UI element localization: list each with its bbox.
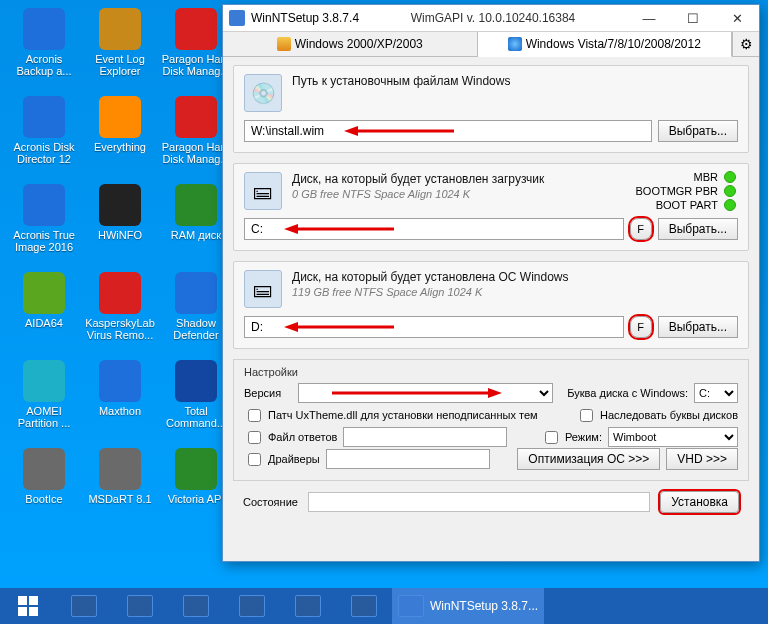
answerfile-input [343, 427, 507, 447]
desktop-icon[interactable]: KasperskyLab Virus Remo... [84, 272, 156, 356]
minimize-button[interactable]: — [627, 5, 671, 31]
app-icon [175, 272, 217, 314]
arrow-annotation [332, 387, 502, 399]
app-icon [229, 10, 245, 26]
patch-checkbox[interactable]: Патч UxTheme.dll для установки неподписа… [244, 406, 538, 425]
desktop-icon[interactable]: HWiNFO [84, 184, 156, 268]
tab-win2000[interactable]: Windows 2000/XP/2003 [223, 32, 478, 56]
boot-status-leds: MBR BOOTMGR PBR BOOT PART [635, 170, 736, 212]
answerfile-checkbox[interactable]: Файл ответов [244, 428, 337, 447]
maximize-button[interactable]: ☐ [671, 5, 715, 31]
inherit-checkbox[interactable]: Наследовать буквы дисков [576, 406, 738, 425]
state-box [308, 492, 650, 512]
app-icon [99, 272, 141, 314]
mode-checkbox[interactable]: Режим: [541, 428, 602, 447]
tabs: Windows 2000/XP/2003 Windows Vista/7/8/1… [223, 32, 759, 57]
icon-label: KasperskyLab Virus Remo... [84, 317, 156, 341]
desktop-icon[interactable]: Maxthon [84, 360, 156, 444]
vhd-button[interactable]: VHD >>> [666, 448, 738, 470]
settings-header: Настройки [244, 366, 738, 378]
desktop-icon[interactable]: MSDaRT 8.1 [84, 448, 156, 532]
drivers-input [326, 449, 490, 469]
app-icon [175, 448, 217, 490]
driveletter-label: Буква диска с Windows: [567, 387, 688, 399]
app-icon [23, 272, 65, 314]
version-label: Версия [244, 387, 292, 399]
wimgapi-version: WimGAPI v. 10.0.10240.16384 [359, 11, 627, 25]
icon-label: Victoria API [168, 493, 225, 505]
app-icon [99, 360, 141, 402]
group2-title: Диск, на который будет установлен загруз… [292, 172, 544, 186]
window-title: WinNTSetup 3.8.7.4 [251, 11, 359, 25]
boot-browse-button[interactable]: Выбрать... [658, 218, 738, 240]
taskbar-app-6[interactable] [336, 588, 392, 624]
group3-title: Диск, на который будет установлена ОС Wi… [292, 270, 569, 284]
gear-icon: ⚙ [740, 36, 753, 52]
icon-label: Event Log Explorer [84, 53, 156, 77]
icon-label: BootIce [25, 493, 62, 505]
icon-label: Acronis Disk Director 12 [8, 141, 80, 165]
close-button[interactable]: ✕ [715, 5, 759, 31]
taskbar-winntsetup[interactable]: WinNTSetup 3.8.7... [392, 588, 544, 624]
optimize-button[interactable]: Оптимизация OC >>> [517, 448, 660, 470]
titlebar[interactable]: WinNTSetup 3.8.7.4 WimGAPI v. 10.0.10240… [223, 5, 759, 32]
arrow-annotation [284, 223, 394, 235]
taskbar-app-4[interactable] [224, 588, 280, 624]
os-browse-button[interactable]: Выбрать... [658, 316, 738, 338]
settings-gear-button[interactable]: ⚙ [732, 32, 759, 56]
app-icon [23, 448, 65, 490]
desktop-icon[interactable]: Acronis Backup a... [8, 8, 80, 92]
group1-title: Путь к установочным файлам Windows [292, 74, 510, 88]
led-mbr [724, 171, 736, 183]
os-format-button[interactable]: F [630, 316, 652, 338]
taskbar-app-5[interactable] [280, 588, 336, 624]
source-browse-button[interactable]: Выбрать... [658, 120, 738, 142]
arrow-annotation [344, 125, 454, 137]
desktop-icon[interactable]: AOMEI Partition ... [8, 360, 80, 444]
led-bootpart [724, 199, 736, 211]
taskbar-app-3[interactable] [168, 588, 224, 624]
mode-select[interactable]: Wimboot [608, 427, 738, 447]
group2-sub: 0 GB free NTFS Space Align 1024 K [292, 188, 544, 200]
drivers-checkbox[interactable]: Драйверы [244, 450, 320, 469]
icon-label: RAM диск [171, 229, 221, 241]
taskbar: WinNTSetup 3.8.7... [0, 588, 768, 624]
start-button[interactable] [0, 588, 56, 624]
win7-flag-icon [508, 37, 522, 51]
icon-label: AIDA64 [25, 317, 63, 329]
arrow-annotation [284, 321, 394, 333]
desktop-icon[interactable]: Acronis True Image 2016 [8, 184, 80, 268]
svg-marker-1 [344, 126, 358, 136]
driveletter-select[interactable]: C: [694, 383, 738, 403]
boot-format-button[interactable]: F [630, 218, 652, 240]
icon-label: Acronis Backup a... [8, 53, 80, 77]
footer: Состояние Установка [233, 481, 749, 523]
icon-label: MSDaRT 8.1 [88, 493, 151, 505]
svg-marker-7 [488, 388, 502, 398]
install-button[interactable]: Установка [660, 491, 739, 513]
app-icon [99, 8, 141, 50]
svg-marker-3 [284, 224, 298, 234]
taskbar-app-2[interactable] [112, 588, 168, 624]
icon-label: Maxthon [99, 405, 141, 417]
app-icon [99, 448, 141, 490]
desktop-icon[interactable]: BootIce [8, 448, 80, 532]
app-icon [23, 184, 65, 226]
icon-label: HWiNFO [98, 229, 142, 241]
settings-group: Настройки Версия Буква диска с Windows: … [233, 359, 749, 481]
windows-logo-icon [18, 596, 38, 616]
app-icon [99, 184, 141, 226]
app-icon [175, 8, 217, 50]
svg-marker-5 [284, 322, 298, 332]
state-label: Состояние [243, 496, 298, 508]
app-icon [23, 360, 65, 402]
app-icon [99, 96, 141, 138]
app-icon [175, 360, 217, 402]
tab-winvista[interactable]: Windows Vista/7/8/10/2008/2012 [478, 32, 733, 57]
desktop-icon[interactable]: Acronis Disk Director 12 [8, 96, 80, 180]
icon-label: Everything [94, 141, 146, 153]
desktop-icon[interactable]: AIDA64 [8, 272, 80, 356]
desktop-icon[interactable]: Everything [84, 96, 156, 180]
desktop-icon[interactable]: Event Log Explorer [84, 8, 156, 92]
taskbar-app-1[interactable] [56, 588, 112, 624]
